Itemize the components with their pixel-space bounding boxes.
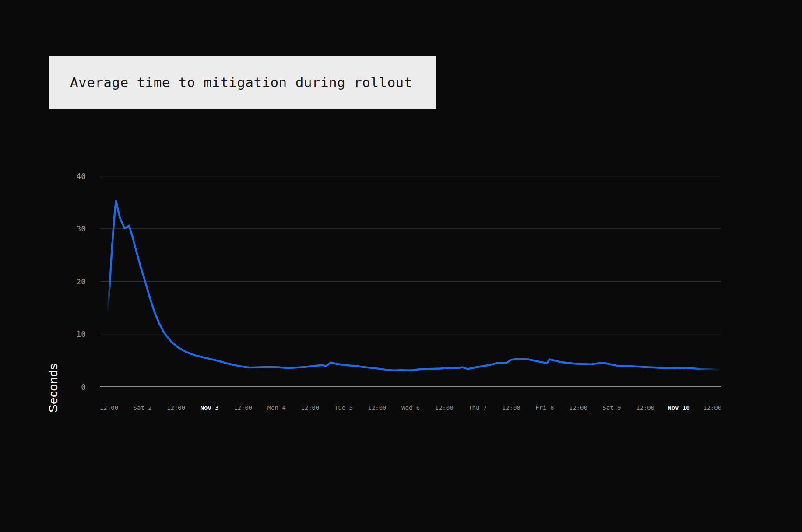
x-tick-label-8: 12:00 [368,404,386,411]
x-tick-label-12: 12:00 [502,404,521,411]
x-tick-label-16: 12:00 [636,404,654,411]
x-tick-label-10: 12:00 [435,404,454,411]
x-tick-label-15: Sat 9 [602,404,621,411]
x-tick-label-6: 12:00 [301,404,319,411]
dashboard-canvas: Average time to mitigation during rollou… [0,0,802,532]
y-tick-label-30: 30 [76,224,86,233]
x-tick-label-11: Thu 7 [468,404,487,411]
x-tick-label-7: Tue 5 [334,404,353,411]
y-tick-label-10: 10 [76,329,86,339]
series-line-fade-out [686,368,721,370]
y-axis-title: Seconds [46,364,60,413]
y-tick-label-40: 40 [76,172,86,181]
mitigation-line-chart: 01020304012:00Sat 212:00Nov 312:00Mon 41… [0,0,802,532]
series-line-fade-in [108,201,116,312]
x-tick-label-13: Fri 8 [535,404,554,411]
series-line-main [115,201,686,371]
x-tick-label-5: Mon 4 [267,404,286,411]
y-tick-label-0: 0 [81,382,86,392]
x-tick-label-17: Nov 10 [668,404,690,411]
x-tick-label-14: 12:00 [569,404,587,411]
x-tick-label-4: 12:00 [234,404,252,411]
y-tick-label-20: 20 [76,277,86,286]
x-tick-label-9: Wed 6 [401,404,420,411]
line-chart-svg: 01020304012:00Sat 212:00Nov 312:00Mon 41… [0,0,802,532]
x-tick-label-1: Sat 2 [133,404,151,411]
x-tick-label-18: 12:00 [703,404,721,411]
x-tick-label-0: 12:00 [100,404,118,411]
x-tick-label-2: 12:00 [167,404,185,411]
x-tick-label-3: Nov 3 [200,404,219,411]
